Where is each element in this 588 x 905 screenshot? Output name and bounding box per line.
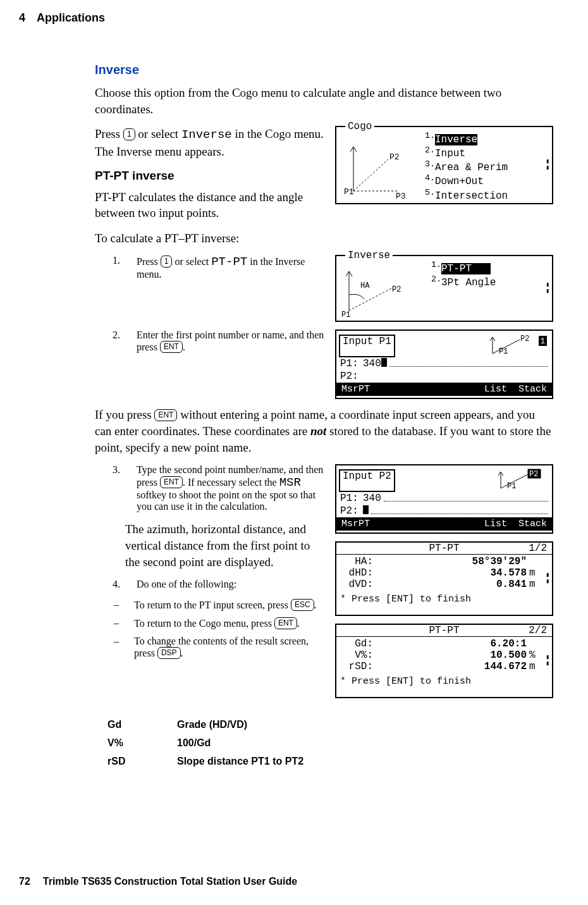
page-footer: 72 Trimble TS635 Construction Total Stat… <box>19 876 297 887</box>
result2-page: 2/2 <box>529 625 547 636</box>
softkey-stack: Stack <box>518 384 547 395</box>
emphasis-not: not <box>310 424 326 438</box>
token-ptpt: PT-PT <box>211 255 247 269</box>
lock-icons: ▮▮ <box>546 655 549 667</box>
def-row-gd: GdGrade (HD/VD) <box>107 716 553 734</box>
book-title: Trimble TS635 Construction Total Station… <box>43 876 297 887</box>
input-p2-title: Input P2 <box>339 469 395 492</box>
inverse-item-2: 2.3Pt Angle <box>431 274 546 288</box>
section-intro: Choose this option from the Cogo menu to… <box>95 85 553 117</box>
key-ent: ENT <box>160 341 183 353</box>
def-row-rsd: rSDSlope distance PT1 to PT2 <box>107 753 553 771</box>
svg-text:P2: P2 <box>520 335 529 343</box>
screen-input-p2: Input P2 P1 P2 P1: 340 <box>335 464 553 534</box>
page-number: 72 <box>19 876 30 887</box>
ptpt-description: PT-PT calculates the distance and the an… <box>95 189 325 221</box>
section-heading-inverse: Inverse <box>95 63 553 77</box>
result2-row-gd: Gd:6.20:1 <box>340 638 539 650</box>
inverse-diagram-icon: HA P1 P2 <box>338 260 413 318</box>
cursor-icon <box>381 358 387 367</box>
svg-text:P2: P2 <box>392 285 401 294</box>
result2-title: PT-PT <box>429 625 459 636</box>
step-3: 3. Type the second point number/name, an… <box>113 464 325 512</box>
key-ent: ENT <box>160 476 183 488</box>
running-header: 4 Applications <box>0 0 588 25</box>
svg-text:P1: P1 <box>499 347 508 356</box>
svg-text:P2: P2 <box>529 470 538 479</box>
svg-text:P1: P1 <box>341 311 350 318</box>
input-p1-row-p2: P2: <box>336 370 552 383</box>
chapter-title: Applications <box>37 11 105 25</box>
definitions-table: GdGrade (HD/VD) V%100/Gd rSDSlope distan… <box>107 716 553 770</box>
screen-inverse-menu: Inverse HA P1 P2 1.PT-PT 2.3Pt Angle ▮▮ <box>335 255 553 322</box>
input-p1-badge: 1 <box>539 336 547 346</box>
softkey-msrpt: MsrPT <box>341 519 370 529</box>
step-4: 4. Do one of the following: <box>113 579 325 590</box>
key-dsp: DSP <box>157 647 181 659</box>
option-dsp: –To change the contents of the result sc… <box>114 636 325 659</box>
softkey-msrpt: MsrPT <box>341 384 370 395</box>
result1-hint: * Press [ENT] to finish <box>336 591 552 606</box>
result2-hint: * Press [ENT] to finish <box>336 674 552 688</box>
chapter-number: 4 <box>19 11 25 25</box>
input-p2-row-p2: P2: <box>336 505 552 517</box>
lock-icons: ▮▮ <box>546 282 549 295</box>
input-p2-softkeys: MsrPT List Stack <box>336 517 552 531</box>
cogo-item-5: 5.Intersection <box>425 188 546 202</box>
result1-title: PT-PT <box>429 543 459 554</box>
svg-text:P2: P2 <box>389 152 400 162</box>
cursor-icon <box>363 505 369 514</box>
svg-text:P1: P1 <box>507 482 516 491</box>
lock-icons: ▮▮ <box>546 572 549 585</box>
softkey-list: List <box>484 519 507 529</box>
input-p1-softkeys: MsrPT List Stack <box>336 383 552 396</box>
token-inverse: Inverse <box>181 128 232 142</box>
key-ent: ENT <box>274 617 297 629</box>
screen-result-1: PT-PT 1/2 HA:58°39'29" dHD:34.578m dVD:0… <box>335 541 553 616</box>
ptpt-heading: PT-PT inverse <box>95 169 325 183</box>
option-esc: –To return to the PT input screen, press… <box>114 599 325 611</box>
svg-text:HA: HA <box>360 281 370 290</box>
input-p2-row-p1: P1: 340 <box>336 492 552 505</box>
screen-result-2: PT-PT 2/2 Gd:6.20:1 V%:10.500% rSD:144.6… <box>335 624 553 698</box>
screen-cogo-menu: Cogo P1 P2 P3 1.Inverse 2.Input 3.Area &… <box>335 126 553 204</box>
result1-page: 1/2 <box>529 543 547 554</box>
cogo-item-1: 1.Inverse <box>425 131 546 145</box>
cogo-item-4: 4.Down+Out <box>425 173 546 187</box>
key-ent: ENT <box>154 409 177 421</box>
key-esc: ESC <box>291 599 314 611</box>
result1-row-dhd: dHD:34.578m <box>340 567 539 579</box>
inverse-item-1: 1.PT-PT <box>431 260 546 274</box>
ptpt-intro: To calculate a PT–PT inverse: <box>95 230 553 247</box>
input-p1-row-p1: P1: 340 <box>336 357 552 370</box>
key-1: 1 <box>123 128 135 140</box>
input-p1-diagram-icon: P1 P2 <box>485 333 539 357</box>
input-p1-title: Input P1 <box>339 335 395 357</box>
step-1: 1. Press 1 or select PT-PT in the Invers… <box>113 255 325 280</box>
svg-line-1 <box>353 159 388 191</box>
result2-row-rsd: rSD:144.672m <box>340 661 539 672</box>
token-msr: MSR <box>279 476 301 489</box>
cogo-item-3: 3.Area & Perim <box>425 159 546 173</box>
cogo-diagram-icon: P1 P2 P3 <box>338 131 413 199</box>
cogo-item-2: 2.Input <box>425 145 546 159</box>
svg-text:P3: P3 <box>396 192 406 199</box>
result2-row-vp: V%:10.500% <box>340 650 539 661</box>
result1-row-dvd: dVD:0.841m <box>340 579 539 590</box>
svg-text:P1: P1 <box>344 187 354 197</box>
ptpt-note: If you press ENT without entering a poin… <box>95 407 553 455</box>
result1-row-ha: HA:58°39'29" <box>340 556 539 567</box>
step-3-result-note: The azimuth, horizontal distance, and ve… <box>125 521 325 570</box>
step-2: 2. Enter the first point number or name,… <box>113 329 325 353</box>
def-row-vp: V%100/Gd <box>107 734 553 753</box>
softkey-list: List <box>484 384 507 395</box>
input-p2-diagram-icon: P1 P2 <box>493 468 547 492</box>
lock-icons: ▮▮ <box>546 159 549 171</box>
inverse-press-instruction: Press 1 or select Inverse in the Cogo me… <box>95 126 325 159</box>
option-ent: –To return to the Cogo menu, press ENT. <box>114 617 325 629</box>
screen-input-p1: Input P1 P1 P2 1 P1: 340 <box>335 329 553 399</box>
softkey-stack: Stack <box>518 519 547 529</box>
svg-line-7 <box>349 288 391 311</box>
key-1: 1 <box>161 255 173 268</box>
